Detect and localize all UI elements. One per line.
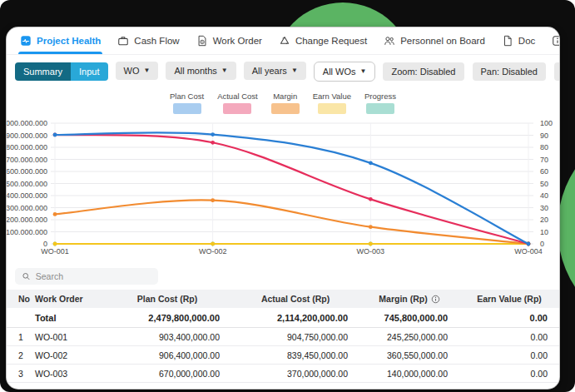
tab-project-health[interactable]: Project Health — [12, 27, 109, 54]
legend-label: Progress — [364, 92, 396, 101]
cell-amount: 0.00 — [459, 332, 559, 342]
dashboard-card: Project HealthCash FlowWork OrderChange … — [7, 27, 559, 389]
cell-amount: 2,114,200,000.00 — [231, 313, 359, 323]
column-header-actual-cost-rp-: Actual Cost (Rp) — [231, 294, 359, 304]
axis-tick-label: 600.000.000 — [7, 167, 47, 176]
column-header-no: No — [7, 294, 32, 304]
legend-swatch — [223, 103, 251, 114]
cell-label: 3 — [7, 369, 32, 379]
legend-item-earn-value[interactable]: Earn Value — [313, 92, 351, 117]
legend-label: Margin — [273, 92, 297, 101]
reset-zoom-button[interactable]: Reset Zoom — [554, 62, 559, 81]
legend-item-margin[interactable]: Margin — [271, 92, 300, 117]
search-input[interactable] — [36, 271, 151, 281]
cell-amount: 2,479,800,000.00 — [103, 313, 231, 323]
axis-tick-label: 40 — [540, 191, 548, 200]
tab-label: Doc — [518, 36, 535, 46]
zoom-disabled-button[interactable]: Zoom: Disabled — [383, 62, 463, 81]
work-order-table: NoWork OrderPlan Cost (Rp)Actual Cost (R… — [7, 290, 559, 389]
cell-amount: 360,550,000.00 — [359, 350, 459, 360]
cell-amount: 0.00 — [231, 387, 359, 390]
axis-tick-label: 300.000.000 — [7, 204, 47, 212]
tab-doc[interactable]: Doc — [493, 27, 543, 54]
cell-amount: 245,250,000.00 — [359, 332, 459, 342]
axis-tick-label: 200.000.000 — [7, 216, 47, 224]
chart-line-earn-value — [53, 242, 531, 246]
axis-tick-label: 50 — [540, 180, 548, 188]
axis-tick-label: 60 — [540, 167, 548, 176]
table-row-wo-003: 3WO-003670,000,000.00370,000,000.00140,0… — [7, 365, 559, 383]
tab-change-request[interactable]: Change Request — [270, 27, 375, 54]
health-icon — [20, 35, 32, 47]
cell-amount: 0.00 — [103, 387, 231, 390]
table-row-wo-004: 4WO-0040.000.000.000.00 — [7, 383, 559, 389]
search-box — [15, 268, 158, 285]
chevron-down-icon: ▼ — [360, 68, 367, 75]
cell-label: WO-003 — [32, 369, 103, 379]
cell-label: 1 — [7, 332, 32, 342]
legend-item-actual-cost[interactable]: Actual Cost — [217, 92, 258, 117]
tab-work-order[interactable]: Work Order — [188, 27, 270, 54]
dropdown-all-wos[interactable]: All WOs▼ — [314, 62, 376, 82]
legend-item-plan-cost[interactable]: Plan Cost — [170, 92, 204, 117]
chart-line-actual-cost — [53, 132, 531, 246]
legend-swatch — [173, 103, 201, 114]
table-total-row: Total2,479,800,000.002,114,200,000.00745… — [7, 308, 559, 328]
info-icon[interactable] — [431, 295, 440, 304]
dropdown-all-months[interactable]: All months▼ — [166, 62, 235, 80]
dropdown-label: All WOs — [323, 67, 356, 77]
legend-label: Earn Value — [313, 92, 351, 101]
file-play-icon — [196, 35, 208, 47]
dropdown-label: All months — [174, 66, 216, 76]
chevron-down-icon: ▼ — [291, 67, 298, 74]
tab-label: Cash Flow — [134, 36, 179, 46]
tab-detail[interactable]: Detail — [543, 27, 559, 54]
cell-amount: 0.00 — [459, 387, 559, 390]
axis-tick-label: 500.000.000 — [7, 180, 47, 188]
chart-legend: Plan CostActual CostMarginEarn ValueProg… — [7, 92, 559, 117]
cell-label: 2 — [7, 350, 32, 360]
input-button[interactable]: Input — [71, 62, 107, 81]
cell-amount: 0.00 — [459, 369, 559, 379]
legend-swatch — [271, 103, 300, 114]
tab-personnel-on-board[interactable]: Personnel on Board — [375, 27, 493, 54]
cell-label: Total — [32, 313, 103, 323]
legend-label: Actual Cost — [217, 92, 258, 101]
legend-swatch — [366, 103, 394, 114]
column-header-earn-value-rp-: Earn Value (Rp) — [459, 294, 559, 304]
tab-cash-flow[interactable]: Cash Flow — [109, 27, 187, 54]
chevron-down-icon: ▼ — [143, 67, 150, 74]
cell-amount: 906,400,000.00 — [103, 350, 231, 360]
cell-label: WO-001 — [32, 332, 103, 342]
table-row-wo-002: 2WO-002906,400,000.00839,450,000.00360,5… — [7, 346, 559, 365]
doc-icon — [502, 35, 513, 47]
info-square-icon — [552, 35, 559, 47]
dropdown-wo[interactable]: WO▼ — [116, 62, 159, 80]
decorative-green-circle — [558, 120, 575, 336]
chart-zoom-controls: Zoom: DisabledPan: DisabledReset Zoom — [383, 62, 559, 81]
dropdown-all-years[interactable]: All years▼ — [244, 62, 306, 80]
cell-label: 4 — [7, 387, 32, 390]
legend-label: Plan Cost — [170, 92, 204, 101]
chevron-down-icon: ▼ — [221, 67, 228, 74]
legend-item-progress[interactable]: Progress — [364, 92, 396, 117]
cell-amount: 745,800,000.00 — [359, 313, 459, 323]
briefcase-icon — [117, 35, 129, 47]
tab-label: Work Order — [213, 36, 262, 46]
axis-tick-label: WO-004 — [514, 247, 543, 256]
dropdown-label: WO — [124, 66, 140, 76]
tab-label: Personnel on Board — [400, 36, 485, 46]
search-icon — [22, 271, 31, 281]
axis-tick-label: 100.000.000 — [7, 228, 47, 236]
axis-tick-label: 800.000.000 — [7, 143, 47, 151]
axis-tick-label: 90 — [540, 131, 548, 140]
cell-amount: 140,000,000.00 — [359, 369, 459, 379]
summary-button[interactable]: Summary — [15, 62, 71, 81]
line-chart: 1.000.000.000900.000.000800.000.000700.0… — [7, 118, 553, 261]
axis-tick-label: 100 — [540, 119, 553, 127]
axis-tick-label: 20 — [540, 216, 548, 224]
pan-disabled-button[interactable]: Pan: Disabled — [473, 62, 547, 81]
cell-label: WO-004 — [32, 387, 103, 390]
tab-bar: Project HealthCash FlowWork OrderChange … — [7, 27, 559, 55]
axis-tick-label: 10 — [540, 228, 548, 236]
